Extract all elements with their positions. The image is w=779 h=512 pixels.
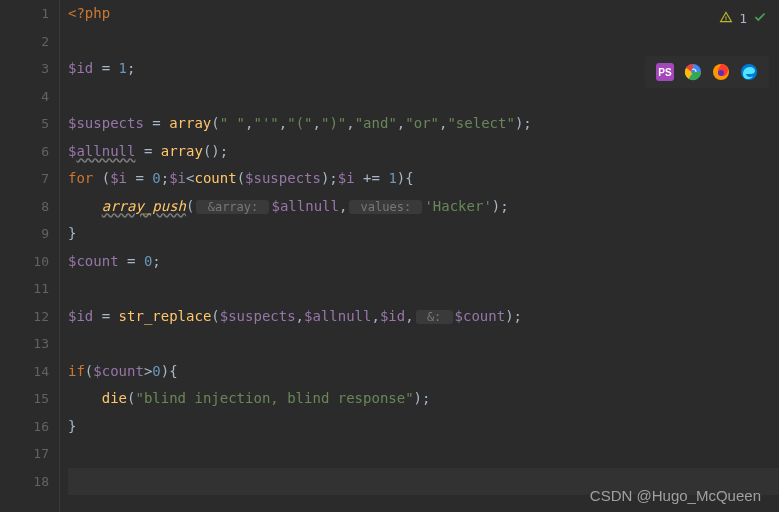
- code-line-1[interactable]: <?php: [68, 0, 779, 28]
- line-number: 6: [0, 138, 49, 166]
- line-number: 13: [0, 330, 49, 358]
- function: str_replace: [119, 308, 212, 324]
- line-number: 12: [0, 303, 49, 331]
- phpstorm-icon[interactable]: PS: [655, 62, 675, 82]
- line-number: 16: [0, 413, 49, 441]
- function: array_push: [102, 198, 186, 214]
- variable: $id: [68, 60, 93, 76]
- check-icon: [753, 10, 767, 27]
- code-line-5[interactable]: $suspects = array(" ","'","(",")","and",…: [68, 110, 779, 138]
- line-number: 2: [0, 28, 49, 56]
- code-line-10[interactable]: $count = 0;: [68, 248, 779, 276]
- edge-icon[interactable]: [739, 62, 759, 82]
- code-line-11[interactable]: [68, 275, 779, 303]
- line-number: 9: [0, 220, 49, 248]
- line-number: 18: [0, 468, 49, 496]
- number: 1: [119, 60, 127, 76]
- code-line-17[interactable]: [68, 440, 779, 468]
- line-number: 8: [0, 193, 49, 221]
- param-hint: &:: [416, 310, 453, 324]
- line-number: 11: [0, 275, 49, 303]
- line-number: 7: [0, 165, 49, 193]
- code-line-8[interactable]: array_push( &array: $allnull, values: 'H…: [68, 193, 779, 221]
- browser-preview-bar: PS: [645, 56, 769, 88]
- chrome-icon[interactable]: [683, 62, 703, 82]
- code-line-7[interactable]: for ($i = 0;$i<count($suspects);$i += 1)…: [68, 165, 779, 193]
- code-line-16[interactable]: }: [68, 413, 779, 441]
- variable: $suspects: [68, 115, 144, 131]
- code-line-12[interactable]: $id = str_replace($suspects,$allnull,$id…: [68, 303, 779, 331]
- function: array: [161, 143, 203, 159]
- inspection-status[interactable]: 1: [719, 10, 767, 27]
- code-line-14[interactable]: if($count>0){: [68, 358, 779, 386]
- param-hint: values:: [349, 200, 422, 214]
- line-number: 14: [0, 358, 49, 386]
- variable-warn: allnull: [76, 143, 135, 159]
- keyword-if: if: [68, 363, 85, 379]
- param-hint: &array:: [196, 200, 269, 214]
- line-number: 10: [0, 248, 49, 276]
- line-number: 1: [0, 0, 49, 28]
- svg-point-6: [718, 70, 724, 76]
- line-number: 3: [0, 55, 49, 83]
- line-number: 15: [0, 385, 49, 413]
- function: count: [194, 170, 236, 186]
- firefox-icon[interactable]: [711, 62, 731, 82]
- watermark: CSDN @Hugo_McQueen: [590, 487, 761, 504]
- svg-text:PS: PS: [658, 67, 672, 78]
- function: array: [169, 115, 211, 131]
- keyword-for: for: [68, 170, 93, 186]
- line-number: 5: [0, 110, 49, 138]
- line-number: 17: [0, 440, 49, 468]
- gutter: 1 2 3 4 5 6 7 8 9 10 11 12 13 14 15 16 1…: [0, 0, 60, 512]
- code-line-9[interactable]: }: [68, 220, 779, 248]
- code-line-2[interactable]: [68, 28, 779, 56]
- code-line-15[interactable]: die("blind injection, blind response");: [68, 385, 779, 413]
- function: die: [102, 390, 127, 406]
- warning-icon: [719, 10, 733, 27]
- line-number: 4: [0, 83, 49, 111]
- warning-count: 1: [739, 11, 747, 26]
- code-line-6[interactable]: $allnull = array();: [68, 138, 779, 166]
- php-open-tag: <?php: [68, 5, 110, 21]
- code-line-13[interactable]: [68, 330, 779, 358]
